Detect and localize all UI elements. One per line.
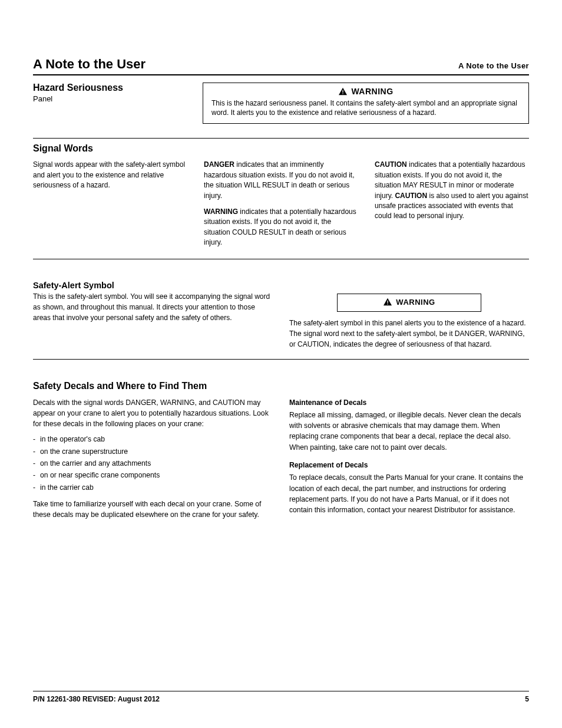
signal-col-caution: CAUTION indicates that a potentially haz… xyxy=(375,160,529,248)
list-item: on the crane superstructure xyxy=(33,446,273,457)
page-footer: P/N 12261-380 REVISED: August 2012 5 xyxy=(33,691,529,703)
decals-col-left: Decals with the signal words DANGER, WAR… xyxy=(33,397,273,521)
safety-alert-after-text: The safety-alert symbol in this panel al… xyxy=(289,318,529,350)
divider xyxy=(33,138,529,139)
hazard-subheading: Panel xyxy=(33,94,203,103)
replacement-heading: Replacement of Decals xyxy=(289,460,529,470)
divider xyxy=(33,359,529,360)
divider xyxy=(33,259,529,259)
page-title: A Note to the User xyxy=(33,57,146,72)
decals-col-right: Maintenance of Decals Replace all missin… xyxy=(289,397,529,521)
hazard-section: Hazard Seriousness Panel WARNING This is… xyxy=(33,83,529,124)
safety-alert-heading: Safety-Alert Symbol xyxy=(33,281,273,290)
hazard-warning-panel: WARNING This is the hazard seriousness p… xyxy=(203,83,529,124)
safety-alert-section: Safety-Alert Symbol This is the safety-a… xyxy=(33,281,529,350)
safety-alert-text: This is the safety-alert symbol. You wil… xyxy=(33,291,273,323)
divider xyxy=(33,74,529,75)
list-item: in the operator's cab xyxy=(33,434,273,444)
svg-rect-0 xyxy=(343,90,343,93)
footer-part-number: P/N 12261-380 REVISED: August 2012 xyxy=(33,695,160,703)
warning-label: WARNING xyxy=(396,298,435,307)
safety-decals-section: Safety Decals and Where to Find Them Dec… xyxy=(33,381,529,521)
alert-triangle-icon xyxy=(338,87,348,95)
svg-rect-2 xyxy=(388,301,388,303)
page-number: 5 xyxy=(525,695,529,703)
alert-triangle-icon xyxy=(383,298,392,306)
svg-rect-3 xyxy=(388,304,388,304)
signal-col-danger-warning: DANGER indicates that an imminently haza… xyxy=(204,160,358,248)
warning-body: This is the hazard seriousness panel. It… xyxy=(211,98,520,117)
list-item: in the carrier cab xyxy=(33,482,273,493)
signal-words-section: Signal words appear with the safety-aler… xyxy=(33,160,529,248)
maintenance-heading: Maintenance of Decals xyxy=(289,397,529,408)
list-item: on or near specific crane components xyxy=(33,470,273,480)
decals-location-list: in the operator's cab on the crane super… xyxy=(33,434,273,492)
warning-label: WARNING xyxy=(351,87,393,96)
hazard-heading: Hazard Seriousness xyxy=(33,83,203,93)
safety-decals-heading: Safety Decals and Where to Find Them xyxy=(33,381,529,391)
signal-col-intro: Signal words appear with the safety-aler… xyxy=(33,160,187,248)
safety-alert-sample-box: WARNING xyxy=(337,294,481,312)
list-item: on the carrier and any attachments xyxy=(33,458,273,469)
svg-rect-1 xyxy=(343,93,343,94)
signal-words-heading: Signal Words xyxy=(33,143,529,154)
breadcrumb: A Note to the User xyxy=(458,61,529,70)
divider xyxy=(33,691,529,691)
